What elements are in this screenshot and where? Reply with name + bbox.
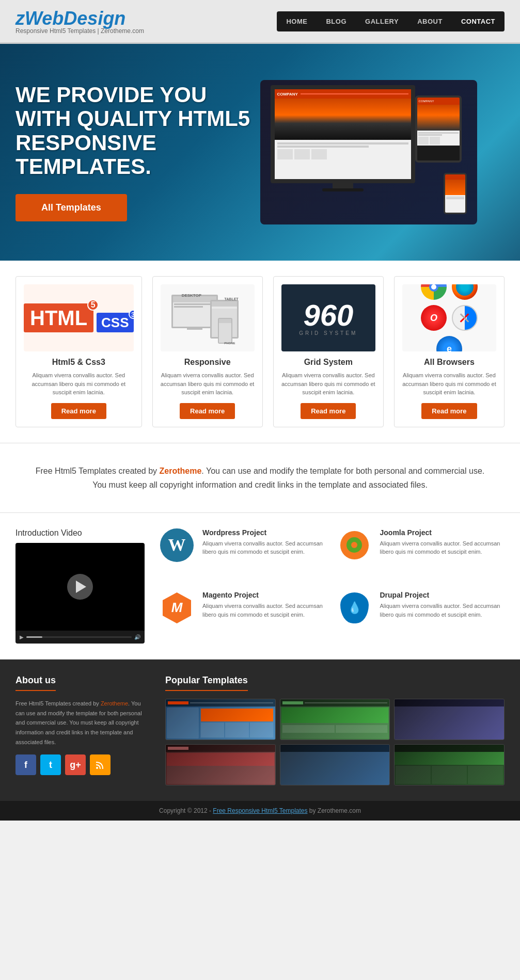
nav-gallery[interactable]: GALLERY [356,11,408,31]
project-info-wordpress: Wordpress Project Aliquam viverra conval… [202,528,327,556]
footer-about-title: About us [15,675,56,691]
nav-home[interactable]: HOME [277,11,317,31]
play-button[interactable] [67,574,93,600]
feature-desc-html5: Aliquam viverra convallis auctor. Sed ac… [24,371,134,397]
info-section: Free Html5 Templates created by Zerothem… [0,443,520,513]
safari-icon [452,305,478,331]
project-item-drupal: 💧 Drupal Project Aliquam viverra convall… [338,591,505,644]
chrome-icon [421,284,447,300]
social-googleplus[interactable]: g+ [65,754,86,775]
opera-icon: O [421,305,447,331]
template-thumb-5[interactable] [280,744,390,785]
footer-about-text: Free Html5 Templates created by Zerothem… [15,699,150,747]
project-desc-drupal: Aliquam viverra convallis auctor. Sed ac… [380,602,505,619]
info-text: Free Html5 Templates created by Zerothem… [31,464,489,492]
nav-contact[interactable]: CONTACT [452,11,505,31]
video-title: Introduction Video [15,528,145,538]
progress-fill [26,636,42,638]
template-thumb-3[interactable] [394,699,505,740]
read-more-responsive[interactable]: Read more [180,403,235,419]
hero-text: We Provide You With Quality Html5 Respon… [15,83,260,221]
project-info-magento: Magento Project Aliquam viverra convalli… [202,591,327,619]
social-icons: f t g+ [15,754,150,775]
feature-title-browsers: All Browsers [402,358,496,367]
responsive-icon-block: DESKTOP TABLET PHONE [161,284,255,351]
project-desc-joomla: Aliquam viverra convallis auctor. Sed ac… [380,539,505,556]
footer-about: About us Free Html5 Templates created by… [15,675,150,785]
html5-icon-block: HTML 5 CSS 3 [24,284,134,351]
progress-bar[interactable] [26,636,132,638]
grid-icon-block: 960 GRID SYSTEM [281,284,375,351]
social-twitter[interactable]: t [40,754,61,775]
projects-grid: W Wordpress Project Aliquam viverra conv… [160,528,505,644]
project-item-joomla: Joomla Project Aliquam viverra convallis… [338,528,505,581]
project-desc-magento: Aliquam viverra convallis auctor. Sed ac… [202,602,327,619]
header: zWebDesign Responsive Html5 Templates | … [0,0,520,44]
feature-desc-browsers: Aliquam viverra convallis auctor. Sed ac… [402,371,496,397]
footer-brand: Zerotheme [101,700,128,706]
read-more-browsers[interactable]: Read more [421,403,477,419]
feature-title-responsive: Responsive [161,358,255,367]
hero-mockup: COMPANY [260,80,477,224]
hero-section: We Provide You With Quality Html5 Respon… [0,44,520,261]
footer-templates-title: Popular Templates [165,675,248,691]
joomla-icon [338,528,374,565]
hero-headline: We Provide You With Quality Html5 Respon… [15,83,260,179]
firefox-icon [452,284,478,300]
copyright-link[interactable]: Free Responsive Html5 Templates [213,807,307,814]
template-thumb-1[interactable] [165,699,276,740]
project-name-drupal: Drupal Project [380,591,505,599]
copyright: Copyright © 2012 - Free Responsive Html5… [0,801,520,821]
footer-templates: Popular Templates [165,675,505,785]
template-grid [165,699,505,785]
volume-ctrl[interactable]: 🔊 [134,634,140,640]
feature-desc-grid: Aliquam viverra convallis auctor. Sed ac… [281,371,375,397]
logo: zWebDesign [15,8,144,29]
features-section: HTML 5 CSS 3 Html5 & Css3 Aliquam viverr… [0,261,520,443]
play-ctrl[interactable]: ▶ [20,634,24,640]
main-nav: HOME BLOG GALLERY ABOUT CONTACT [277,11,505,31]
nav-blog[interactable]: BLOG [317,11,356,31]
feature-card-grid: 960 GRID SYSTEM Grid System Aliquam vive… [273,276,384,427]
project-name-wordpress: Wordpress Project [202,528,327,537]
feature-card-browsers: O e All Browsers Aliquam viverra convall… [394,276,505,427]
rss-icon [95,760,105,770]
project-item-magento: M Magento Project Aliquam viverra conval… [160,591,327,644]
info-brand: Zerotheme [160,467,202,475]
project-info-drupal: Drupal Project Aliquam viverra convallis… [380,591,505,619]
wordpress-icon: W [160,528,196,565]
template-thumb-6[interactable] [394,744,505,785]
drupal-icon: 💧 [338,591,374,627]
browsers-icon-block: O e [402,284,496,351]
video-controls: ▶ 🔊 [15,631,145,644]
footer: About us Free Html5 Templates created by… [0,660,520,801]
read-more-grid[interactable]: Read more [301,403,356,419]
video-projects-section: Introduction Video ▶ 🔊 W Wordpress Proje… [0,513,520,660]
feature-card-html5: HTML 5 CSS 3 Html5 & Css3 Aliquam viverr… [15,276,142,427]
feature-title-grid: Grid System [281,358,375,367]
project-item-wordpress: W Wordpress Project Aliquam viverra conv… [160,528,327,581]
play-icon [76,581,86,593]
logo-block: zWebDesign Responsive Html5 Templates | … [15,8,144,35]
feature-desc-responsive: Aliquam viverra convallis auctor. Sed ac… [161,371,255,397]
project-name-magento: Magento Project [202,591,327,599]
read-more-html5[interactable]: Read more [51,403,106,419]
project-info-joomla: Joomla Project Aliquam viverra convallis… [380,528,505,556]
video-player[interactable] [15,543,145,631]
magento-icon: M [160,591,196,627]
all-templates-button[interactable]: All Templates [15,194,127,221]
project-desc-wordpress: Aliquam viverra convallis auctor. Sed ac… [202,539,327,556]
template-thumb-4[interactable] [165,744,276,785]
feature-card-responsive: DESKTOP TABLET PHONE [152,276,263,427]
template-thumb-2[interactable] [280,699,390,740]
nav-about[interactable]: ABOUT [408,11,452,31]
logo-tagline: Responsive Html5 Templates | Zerotheme.c… [15,27,144,35]
social-rss[interactable] [90,754,111,775]
video-section: Introduction Video ▶ 🔊 [15,528,145,644]
social-facebook[interactable]: f [15,754,36,775]
ie-icon: e [436,336,462,351]
feature-title-html5: Html5 & Css3 [24,358,134,367]
hero-image: COMPANY [260,80,505,224]
project-name-joomla: Joomla Project [380,528,505,537]
svg-point-0 [96,767,98,769]
